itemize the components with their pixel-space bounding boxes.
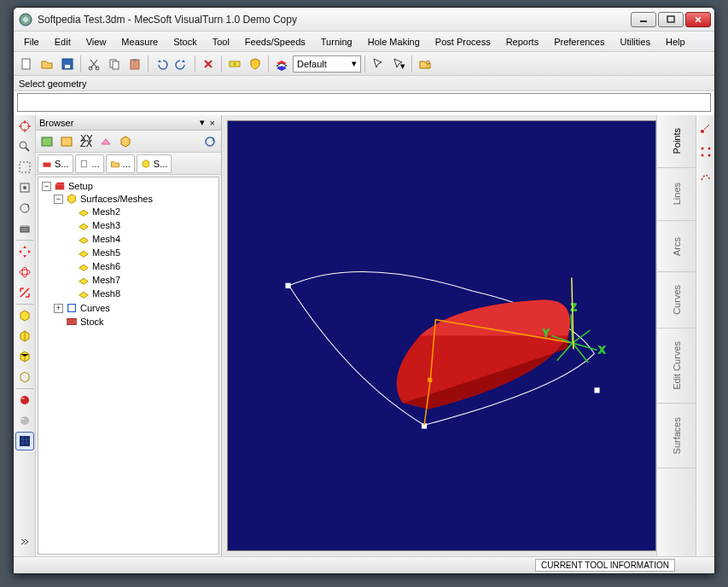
cube-yellow-4-icon[interactable]: [15, 368, 34, 386]
svg-rect-32: [61, 137, 72, 146]
pointer-icon[interactable]: [369, 55, 387, 73]
zoom-icon[interactable]: [15, 137, 34, 156]
point-single-icon[interactable]: [696, 119, 715, 137]
axis-y-label: Y: [543, 327, 550, 337]
browser-tb-1-icon[interactable]: [38, 132, 56, 151]
layers-icon[interactable]: [272, 55, 291, 73]
maximize-button[interactable]: [658, 12, 684, 27]
browser-tree[interactable]: − Setup − Surfaces/Meshes: [38, 177, 219, 555]
tree-node-stock[interactable]: Stock: [54, 316, 217, 328]
right-tab-points[interactable]: Points: [657, 115, 696, 168]
tree-node-mesh[interactable]: Mesh4: [66, 233, 217, 245]
browser-tb-5-icon[interactable]: [116, 132, 135, 151]
viewport-3d[interactable]: X Y Z: [227, 120, 656, 551]
right-tab-arcs[interactable]: Arcs: [657, 221, 696, 272]
toolbar-overflow-icon[interactable]: [15, 532, 34, 551]
tree-node-surfaces-meshes[interactable]: − Surfaces/Meshes: [54, 193, 217, 205]
level-icon[interactable]: [225, 55, 244, 73]
tree-node-setup[interactable]: − Setup: [42, 180, 217, 192]
browser-panel-title: Browser: [39, 118, 197, 128]
tree-node-mesh[interactable]: Mesh6: [66, 260, 217, 272]
browser-tab-4[interactable]: S...: [137, 154, 172, 173]
close-button[interactable]: [685, 12, 711, 27]
menu-stock[interactable]: Stock: [166, 34, 204, 49]
open-icon[interactable]: [38, 55, 56, 73]
right-tab-edit-curves[interactable]: Edit Curves: [657, 328, 696, 404]
tree-node-curves[interactable]: + Curves: [54, 302, 217, 314]
title-bar[interactable]: Softpedia Test.3dm - MecSoft VisualTurn …: [14, 8, 714, 32]
browser-tb-2-icon[interactable]: [57, 132, 76, 151]
menu-file[interactable]: File: [17, 34, 46, 49]
tree-node-mesh[interactable]: Mesh7: [66, 274, 217, 286]
panel-close-icon[interactable]: ×: [207, 118, 218, 128]
new-icon[interactable]: [17, 55, 36, 73]
layer-combo[interactable]: Default▾: [293, 55, 361, 73]
menu-reports[interactable]: Reports: [499, 34, 546, 49]
menu-preferences[interactable]: Preferences: [547, 34, 611, 49]
browser-tb-4-icon[interactable]: [96, 132, 115, 151]
menu-tool[interactable]: Tool: [206, 34, 236, 49]
right-tab-surfaces[interactable]: Surfaces: [657, 404, 696, 468]
browser-tb-3-icon[interactable]: XYZX: [77, 132, 96, 151]
delete-icon[interactable]: [199, 55, 218, 73]
svg-rect-2: [667, 16, 674, 22]
tree-node-mesh[interactable]: Mesh3: [66, 219, 217, 231]
pan-icon[interactable]: [15, 242, 34, 261]
stock-icon[interactable]: [15, 219, 34, 238]
svg-point-51: [701, 148, 703, 150]
point-grid-icon[interactable]: [696, 142, 715, 161]
panel-menu-icon[interactable]: ▾: [197, 117, 207, 128]
help-folder-icon[interactable]: ?: [416, 55, 434, 73]
undo-icon[interactable]: [152, 55, 171, 73]
orbit-icon[interactable]: [15, 263, 34, 282]
expand-icon[interactable]: +: [54, 304, 63, 313]
menu-hole-making[interactable]: Hole Making: [361, 34, 427, 49]
tree-node-mesh[interactable]: Mesh5: [66, 247, 217, 259]
target-icon[interactable]: [15, 117, 34, 136]
browser-tab-setup[interactable]: S...: [38, 154, 73, 173]
browser-tab-3[interactable]: ...: [106, 154, 135, 173]
svg-rect-37: [68, 305, 76, 312]
menu-measure[interactable]: Measure: [114, 34, 165, 49]
browser-tab-2[interactable]: ...: [75, 154, 104, 173]
cube-yellow-2-icon[interactable]: [15, 327, 34, 346]
zoom-window-icon[interactable]: [15, 158, 34, 177]
browser-tb-refresh-icon[interactable]: [201, 132, 219, 151]
right-tab-lines[interactable]: Lines: [657, 168, 696, 221]
menu-feeds-speeds[interactable]: Feeds/Speeds: [238, 34, 312, 49]
layer-combo-label: Default: [297, 59, 327, 69]
menu-view[interactable]: View: [79, 34, 114, 49]
menu-post-process[interactable]: Post Process: [428, 34, 498, 49]
collapse-icon[interactable]: −: [42, 182, 51, 191]
point-arc-icon[interactable]: [696, 166, 715, 185]
command-input[interactable]: [17, 93, 711, 112]
cube-yellow-3-icon[interactable]: [15, 347, 34, 366]
minimize-button[interactable]: [631, 12, 656, 27]
right-tab-curves[interactable]: Curves: [657, 272, 696, 328]
sphere-gray-icon[interactable]: [15, 411, 34, 430]
main-toolbar: Default▾ ▾ ?: [14, 52, 714, 76]
menu-edit[interactable]: Edit: [48, 34, 78, 49]
status-tool-info: CURRENT TOOL INFORMATION: [535, 559, 675, 572]
paste-icon[interactable]: [125, 55, 144, 73]
scale-icon[interactable]: [15, 283, 34, 302]
tree-node-mesh[interactable]: Mesh2: [66, 206, 217, 218]
rotate-icon[interactable]: [15, 199, 34, 218]
shield-icon[interactable]: [246, 55, 265, 73]
menu-help[interactable]: Help: [659, 34, 692, 49]
menu-turning[interactable]: Turning: [314, 34, 359, 49]
zoom-extents-icon[interactable]: [15, 178, 34, 197]
cut-icon[interactable]: [84, 55, 103, 73]
pointer-settings-icon[interactable]: ▾: [389, 55, 408, 73]
collapse-icon[interactable]: −: [54, 195, 63, 204]
svg-rect-36: [81, 160, 86, 167]
sphere-red-icon[interactable]: [15, 391, 34, 410]
redo-icon[interactable]: [172, 55, 191, 73]
cube-yellow-1-icon[interactable]: [15, 306, 34, 325]
grid-tool-icon[interactable]: [15, 432, 34, 450]
copy-icon[interactable]: [105, 55, 124, 73]
menu-utilities[interactable]: Utilities: [613, 34, 656, 49]
svg-rect-42: [428, 378, 432, 382]
save-icon[interactable]: [58, 55, 77, 73]
tree-node-mesh[interactable]: Mesh8: [66, 288, 217, 299]
